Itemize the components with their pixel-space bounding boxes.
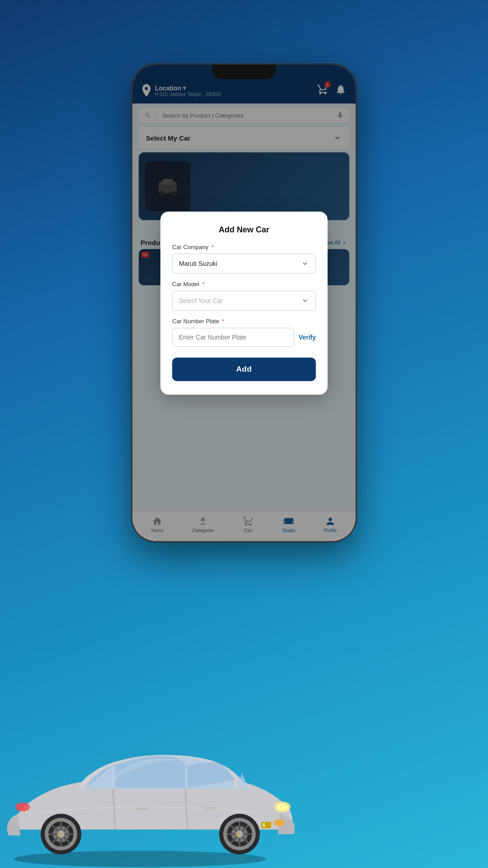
phone-notch: [212, 65, 276, 79]
verify-button[interactable]: Verify: [299, 334, 316, 341]
car-model-select[interactable]: Select Your Car: [172, 291, 316, 311]
car-number-label: Car Number Plate *: [172, 318, 316, 325]
car-model-label: Car Model *: [172, 281, 316, 288]
car-company-chevron-icon: [301, 259, 309, 268]
car-company-required: *: [211, 244, 214, 250]
car-company-label: Car Company *: [172, 244, 316, 250]
number-plate-row: Verify: [172, 328, 316, 347]
car-number-required: *: [222, 318, 225, 325]
add-car-button[interactable]: Add: [172, 358, 316, 381]
phone-screen: Location ▾ H-510, Jodhpur Village, , 380…: [132, 65, 356, 541]
phone-frame: Location ▾ H-510, Jodhpur Village, , 380…: [131, 63, 357, 542]
car-company-select[interactable]: Maruti Suzuki: [172, 254, 316, 274]
car-model-required: *: [202, 281, 205, 288]
car-model-select-wrapper: Select Your Car: [172, 291, 316, 311]
modal-title: Add New Car: [172, 225, 316, 235]
car-number-input[interactable]: [172, 328, 294, 347]
add-car-modal: Add New Car Car Company * Maruti Suzuki: [160, 212, 328, 395]
car-company-select-wrapper: Maruti Suzuki: [172, 254, 316, 274]
modal-overlay[interactable]: Add New Car Car Company * Maruti Suzuki: [132, 65, 356, 541]
car-model-chevron-icon: [301, 297, 309, 305]
